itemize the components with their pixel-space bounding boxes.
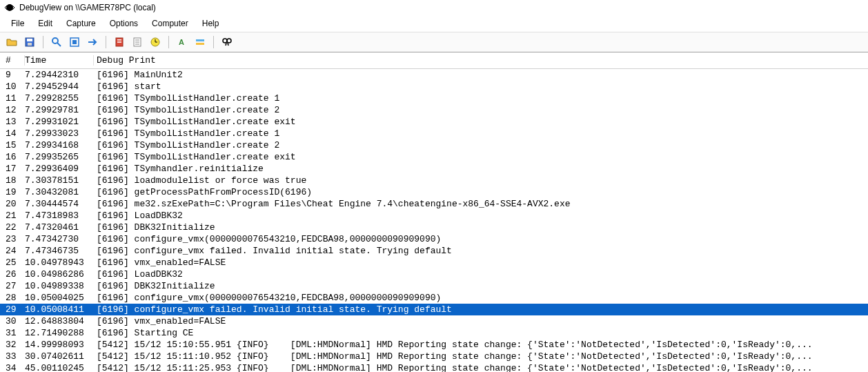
- row-time: 7.29934168: [25, 139, 94, 151]
- row-print: [6196] TSymbolListHandler.create 2: [94, 139, 868, 151]
- toolbar: A: [0, 32, 868, 52]
- log-row[interactable]: 237.47342730[6196] configure_vmx(0000000…: [0, 233, 868, 245]
- passthrough-icon[interactable]: [85, 35, 100, 50]
- clear-icon[interactable]: [130, 35, 145, 50]
- toolbar-separator: [106, 36, 106, 48]
- log-row[interactable]: 167.29935265[6196] TSymbolListHandler.cr…: [0, 151, 868, 163]
- find-icon[interactable]: [219, 35, 235, 50]
- svg-point-0: [6, 4, 13, 11]
- row-time: 7.29935265: [25, 151, 94, 163]
- row-time: 10.04978943: [25, 257, 94, 268]
- log-row[interactable]: 207.30444574[6196] me32.szExePath=C:\Pro…: [0, 198, 868, 210]
- row-print: [6196] loadmodulelist or force was true: [94, 175, 868, 186]
- log-row[interactable]: 3112.71490288[6196] Starting CE: [0, 327, 868, 339]
- log-row[interactable]: 217.47318983[6196] LoadDBK32: [0, 210, 868, 222]
- row-time: 12.71490288: [25, 327, 94, 339]
- log-row[interactable]: 187.30378151[6196] loadmodulelist or for…: [0, 175, 868, 186]
- row-print: [6196] TSymhandler.reinitialize: [94, 163, 868, 175]
- row-time: 12.64883804: [25, 315, 94, 327]
- col-time[interactable]: Time: [25, 55, 94, 66]
- open-icon[interactable]: [4, 35, 19, 50]
- autoscroll-icon[interactable]: [112, 35, 127, 50]
- row-num: 20: [0, 198, 25, 210]
- menu-bar: File Edit Capture Options Computer Help: [0, 15, 868, 32]
- row-num: 11: [0, 92, 25, 104]
- row-time: 7.29933023: [25, 128, 94, 139]
- log-row[interactable]: 2810.05004025[6196] configure_vmx(000000…: [0, 292, 868, 304]
- log-row[interactable]: 127.29929781[6196] TSymbolListHandler.cr…: [0, 104, 868, 116]
- row-time: 30.07402611: [25, 351, 94, 362]
- col-print[interactable]: Debug Print: [94, 55, 868, 66]
- log-row[interactable]: 97.29442310[6196] MainUnit2: [0, 69, 868, 81]
- highlight-icon[interactable]: [193, 35, 208, 50]
- row-num: 31: [0, 327, 25, 339]
- row-time: 7.30432081: [25, 186, 94, 198]
- log-row[interactable]: 157.29934168[6196] TSymbolListHandler.cr…: [0, 139, 868, 151]
- row-time: 7.29452944: [25, 81, 94, 92]
- save-icon[interactable]: [22, 35, 37, 50]
- log-row[interactable]: 2710.04989338[6196] DBK32Initialize: [0, 280, 868, 292]
- row-time: 7.29936409: [25, 163, 94, 175]
- row-num: 21: [0, 210, 25, 222]
- row-print: [6196] LoadDBK32: [94, 268, 868, 280]
- row-time: 7.30378151: [25, 175, 94, 186]
- row-time: 7.29929781: [25, 104, 94, 116]
- menu-file[interactable]: File: [4, 17, 31, 30]
- row-time: 7.30444574: [25, 198, 94, 210]
- row-print: [6196] DBK32Initialize: [94, 222, 868, 233]
- row-num: 24: [0, 245, 25, 257]
- log-row[interactable]: 2910.05008411[6196] configure_vmx failed…: [0, 304, 868, 315]
- row-time: 7.29928255: [25, 92, 94, 104]
- log-row[interactable]: 3330.07402611[5412] 15/12 15:11:10.952 {…: [0, 351, 868, 362]
- row-time: 7.47342730: [25, 233, 94, 245]
- col-num[interactable]: #: [0, 55, 25, 66]
- menu-computer[interactable]: Computer: [145, 17, 195, 30]
- capture-icon[interactable]: [49, 35, 64, 50]
- row-print: [6196] vmx_enabled=FALSE: [94, 257, 868, 268]
- menu-help[interactable]: Help: [195, 17, 226, 30]
- row-print: [6196] TSymbolListHandler.create 2: [94, 104, 868, 116]
- row-num: 18: [0, 175, 25, 186]
- row-print: [6196] TSymbolListHandler.create 1: [94, 92, 868, 104]
- toolbar-separator: [43, 36, 43, 48]
- svg-point-27: [227, 39, 231, 43]
- row-num: 13: [0, 116, 25, 128]
- menu-options[interactable]: Options: [103, 17, 145, 30]
- log-row[interactable]: 2510.04978943[6196] vmx_enabled=FALSE: [0, 257, 868, 268]
- row-num: 27: [0, 280, 25, 292]
- row-print: [6196] TSymbolListHandler.create exit: [94, 151, 868, 163]
- row-time: 7.29442310: [25, 69, 94, 81]
- log-row[interactable]: 137.29931021[6196] TSymbolListHandler.cr…: [0, 116, 868, 128]
- row-time: 7.29931021: [25, 116, 94, 128]
- svg-rect-6: [27, 39, 32, 41]
- row-num: 9: [0, 69, 25, 81]
- capture-kernel-icon[interactable]: [67, 35, 82, 50]
- log-row[interactable]: 117.29928255[6196] TSymbolListHandler.cr…: [0, 92, 868, 104]
- menu-capture[interactable]: Capture: [59, 17, 103, 30]
- log-row[interactable]: 147.29933023[6196] TSymbolListHandler.cr…: [0, 128, 868, 139]
- menu-edit[interactable]: Edit: [31, 17, 59, 30]
- app-icon: [4, 2, 15, 13]
- log-row[interactable]: 107.29452944[6196] start: [0, 81, 868, 92]
- log-row[interactable]: 177.29936409[6196] TSymhandler.reinitial…: [0, 163, 868, 175]
- log-row[interactable]: 197.30432081[6196] getProcessPathFromPro…: [0, 186, 868, 198]
- log-row[interactable]: 227.47320461[6196] DBK32Initialize: [0, 222, 868, 233]
- row-num: 10: [0, 81, 25, 92]
- log-row[interactable]: 2610.04986286[6196] LoadDBK32: [0, 268, 868, 280]
- log-row[interactable]: 3445.00110245[5412] 15/12 15:11:25.953 {…: [0, 362, 868, 372]
- log-row[interactable]: 247.47346735[6196] configure_vmx failed.…: [0, 245, 868, 257]
- svg-line-29: [228, 43, 228, 46]
- list-header: # Time Debug Print: [0, 52, 868, 69]
- svg-line-9: [57, 43, 61, 46]
- time-format-icon[interactable]: [148, 35, 163, 50]
- font-icon[interactable]: A: [175, 35, 190, 50]
- title-bar: DebugView on \\GAMER78PC (local): [0, 0, 868, 15]
- log-list[interactable]: 97.29442310[6196] MainUnit2107.29452944[…: [0, 69, 868, 372]
- row-num: 16: [0, 151, 25, 163]
- row-print: [6196] getProcessPathFromProcessID(6196): [94, 186, 868, 198]
- row-time: 7.47318983: [25, 210, 94, 222]
- row-time: 45.00110245: [25, 362, 94, 372]
- log-row[interactable]: 3214.99998093[5412] 15/12 15:10:55.951 {…: [0, 339, 868, 351]
- row-print: [6196] vmx_enabled=FALSE: [94, 315, 868, 327]
- log-row[interactable]: 3012.64883804[6196] vmx_enabled=FALSE: [0, 315, 868, 327]
